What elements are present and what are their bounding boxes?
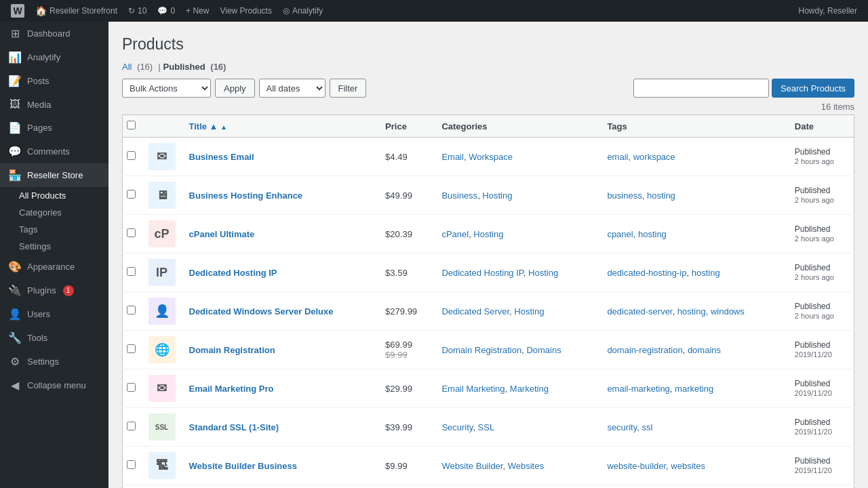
filter-button[interactable]: Filter — [330, 79, 367, 98]
bulk-actions-select[interactable]: Bulk Actions Edit Move to Trash — [122, 79, 211, 98]
category-link[interactable]: SSL — [478, 422, 495, 432]
tag-link[interactable]: business — [607, 190, 642, 201]
apply-button[interactable]: Apply — [215, 79, 255, 98]
sidebar-item-plugins[interactable]: 🔌 Plugins 1 — [0, 279, 108, 302]
tag-link[interactable]: dedicated-server — [607, 306, 672, 317]
row-checkbox[interactable] — [127, 344, 136, 353]
tag-link[interactable]: domain-registration — [607, 345, 682, 355]
category-link[interactable]: Hosting — [482, 190, 512, 201]
category-link[interactable]: Website Builder — [441, 461, 502, 471]
tag-link[interactable]: email — [607, 152, 628, 162]
sidebar-item-comments[interactable]: 💬 Comments — [0, 140, 108, 163]
sidebar-item-posts[interactable]: 📝 Posts — [0, 69, 108, 93]
sidebar-item-tags[interactable]: Tags — [0, 221, 108, 238]
sidebar-item-categories[interactable]: Categories — [0, 204, 108, 221]
new-button[interactable]: + New — [180, 0, 214, 22]
sidebar-item-all-products[interactable]: All Products — [0, 187, 108, 204]
product-price: $3.59 — [378, 253, 435, 292]
search-input[interactable] — [633, 79, 769, 98]
row-checkbox[interactable] — [127, 267, 136, 276]
sidebar-item-appearance[interactable]: 🎨 Appearance — [0, 255, 108, 279]
tag-link[interactable]: cpanel — [607, 229, 633, 239]
tag-link[interactable]: workspace — [633, 152, 675, 162]
product-date: Published2 hours ago — [788, 253, 854, 292]
sidebar-item-dashboard[interactable]: ⊞ Dashboard — [0, 22, 108, 45]
table-row: ✉Business Email$4.49Email, Workspaceemai… — [123, 138, 854, 176]
date-filter-select[interactable]: All dates — [259, 79, 326, 98]
sidebar-item-analytify[interactable]: 📊 Analytify — [0, 45, 108, 69]
main-content: Products All (16) | Published (16) Bulk … — [108, 22, 868, 488]
sidebar-item-reseller-store[interactable]: 🏪 Reseller Store — [0, 163, 108, 187]
row-checkbox[interactable] — [127, 383, 136, 392]
category-link[interactable]: Domain Registration — [441, 345, 521, 355]
tag-link[interactable]: hosting — [692, 268, 720, 278]
category-link[interactable]: Websites — [508, 461, 544, 471]
view-products-button[interactable]: View Products — [214, 0, 277, 22]
category-link[interactable]: Business — [441, 190, 477, 201]
product-thumbnail: 🌐 — [149, 336, 176, 363]
title-column-header[interactable]: Title ▲ — [182, 115, 379, 138]
category-link[interactable]: Hosting — [514, 306, 544, 317]
sidebar-item-media[interactable]: 🖼 Media — [0, 93, 108, 116]
wp-logo[interactable]: W — [5, 0, 30, 22]
category-link[interactable]: Marketing — [510, 384, 549, 394]
row-checkbox[interactable] — [127, 190, 136, 199]
category-link[interactable]: Workspace — [469, 152, 513, 162]
filter-all-link[interactable]: All (16) — [122, 62, 155, 72]
tag-link[interactable]: ssl — [642, 422, 652, 432]
wordpress-icon: W — [11, 4, 24, 18]
row-checkbox[interactable] — [127, 422, 136, 430]
product-price: $49.99 — [378, 176, 435, 215]
sidebar: ⊞ Dashboard 📊 Analytify 📝 Posts 🖼 Media … — [0, 22, 108, 488]
tag-link[interactable]: security — [607, 422, 637, 432]
site-name[interactable]: 🏠 Reseller Storefront — [30, 0, 123, 22]
row-checkbox[interactable] — [127, 306, 136, 314]
tag-link[interactable]: marketing — [675, 384, 713, 394]
categories-column-header: Categories — [435, 115, 600, 138]
product-title-link[interactable]: Business Email — [189, 152, 254, 162]
sidebar-item-users[interactable]: 👤 Users — [0, 302, 108, 326]
row-checkbox[interactable] — [127, 460, 136, 469]
product-title-link[interactable]: Dedicated Windows Server Deluxe — [189, 306, 334, 317]
filter-published-link[interactable]: Published (16) — [163, 62, 229, 72]
category-link[interactable]: Security — [441, 422, 473, 432]
tag-link[interactable]: hosting — [677, 306, 706, 317]
settings-icon: ⚙ — [8, 355, 22, 368]
category-link[interactable]: Domains — [526, 345, 561, 355]
tag-link[interactable]: hosting — [647, 190, 675, 201]
tag-link[interactable]: dedicated-hosting-ip — [607, 268, 686, 278]
row-checkbox[interactable] — [127, 228, 136, 237]
product-title-link[interactable]: Business Hosting Enhance — [189, 190, 303, 201]
tag-link[interactable]: hosting — [638, 229, 667, 239]
category-link[interactable]: cPanel — [441, 229, 469, 239]
product-title-link[interactable]: cPanel Ultimate — [189, 229, 255, 239]
tag-link[interactable]: website-builder — [607, 461, 666, 471]
sidebar-item-tools[interactable]: 🔧 Tools — [0, 326, 108, 350]
comments-button[interactable]: 💬 0 — [152, 0, 180, 22]
category-link[interactable]: Hosting — [528, 268, 558, 278]
category-link[interactable]: Hosting — [473, 229, 503, 239]
analytify-button[interactable]: ◎ Analytify — [277, 0, 328, 22]
sidebar-item-collapse[interactable]: ◀ Collapse menu — [0, 373, 108, 397]
product-title-link[interactable]: Website Builder Business — [189, 461, 297, 471]
tag-link[interactable]: email-marketing — [607, 384, 669, 394]
tag-link[interactable]: windows — [711, 306, 745, 317]
category-link[interactable]: Email — [441, 152, 464, 162]
sidebar-item-settings[interactable]: ⚙ Settings — [0, 350, 108, 373]
product-title-link[interactable]: Standard SSL (1-Site) — [189, 422, 279, 432]
admin-bar: W 🏠 Reseller Storefront ↻ 10 💬 0 + New V… — [0, 0, 868, 22]
tag-link[interactable]: websites — [671, 461, 705, 471]
row-checkbox[interactable] — [127, 151, 136, 160]
category-link[interactable]: Dedicated Hosting IP — [441, 268, 523, 278]
search-products-button[interactable]: Search Products — [772, 79, 854, 98]
category-link[interactable]: Email Marketing — [441, 384, 505, 394]
product-title-link[interactable]: Email Marketing Pro — [189, 384, 274, 394]
product-title-link[interactable]: Domain Registration — [189, 345, 275, 355]
product-title-link[interactable]: Dedicated Hosting IP — [189, 268, 277, 278]
updates-button[interactable]: ↻ 10 — [123, 0, 152, 22]
sidebar-item-settings-wc[interactable]: Settings — [0, 238, 108, 255]
tag-link[interactable]: domains — [688, 345, 721, 355]
select-all-checkbox[interactable] — [127, 121, 136, 129]
category-link[interactable]: Dedicated Server — [441, 306, 509, 317]
sidebar-item-pages[interactable]: 📄 Pages — [0, 116, 108, 140]
